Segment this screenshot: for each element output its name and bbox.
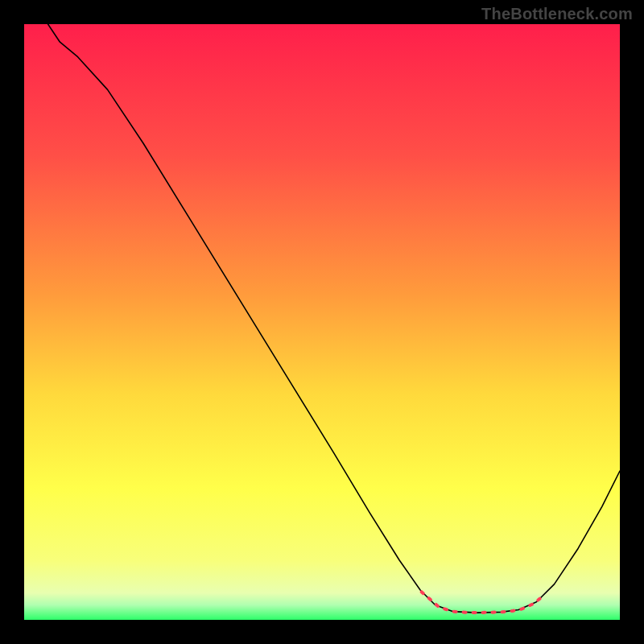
plot-svg bbox=[24, 24, 620, 620]
chart-container: TheBottleneck.com bbox=[0, 0, 644, 644]
plot-area bbox=[24, 24, 620, 620]
watermark-text: TheBottleneck.com bbox=[481, 5, 633, 23]
gradient-background bbox=[24, 24, 620, 620]
